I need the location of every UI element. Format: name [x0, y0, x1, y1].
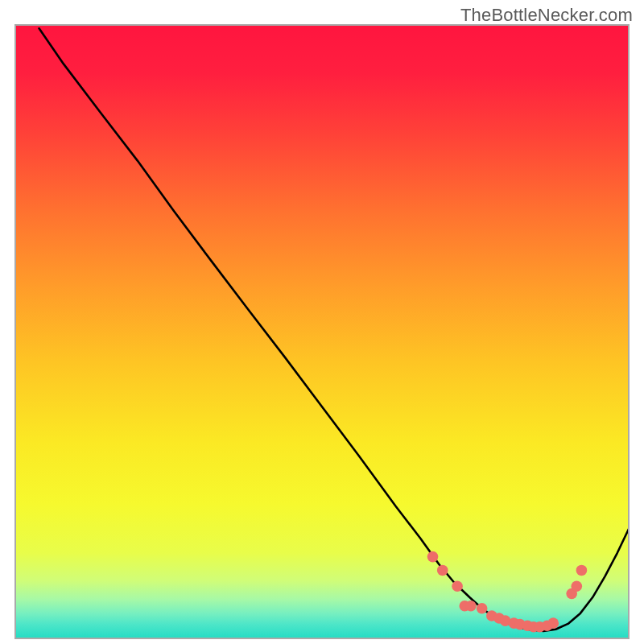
highlight-dot: [452, 581, 463, 592]
highlight-dot: [572, 581, 583, 592]
highlight-dot: [576, 565, 588, 576]
highlight-dot: [477, 603, 488, 614]
bottleneck-chart: [14, 24, 630, 639]
highlight-dot: [437, 565, 448, 576]
highlight-dot: [547, 617, 559, 629]
chart-background: [14, 24, 630, 639]
highlight-dot: [465, 601, 477, 612]
attribution-text: TheBottleNecker.com: [460, 5, 633, 26]
highlight-dot: [427, 551, 439, 563]
